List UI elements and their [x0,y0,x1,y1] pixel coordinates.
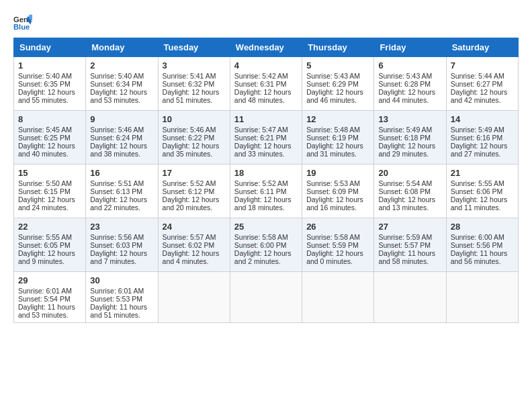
day-number: 17 [163,168,226,178]
calendar-cell: 10Sunrise: 5:46 AMSunset: 6:22 PMDayligh… [158,111,230,165]
calendar-cell [446,272,518,323]
daylight-text: Daylight: 12 hours and 29 minutes. [378,142,441,158]
day-header-wednesday: Wednesday [230,38,302,57]
calendar-cell: 23Sunrise: 5:56 AMSunset: 6:03 PMDayligh… [86,218,158,272]
daylight-text: Daylight: 12 hours and 51 minutes. [163,88,226,104]
daylight-text: Daylight: 12 hours and 48 minutes. [234,88,298,104]
daylight-text: Daylight: 12 hours and 27 minutes. [451,142,514,158]
day-number: 14 [451,114,514,124]
daylight-text: Daylight: 11 hours and 51 minutes. [90,303,153,319]
day-header-saturday: Saturday [446,38,518,57]
sunrise-text: Sunrise: 5:43 AM [306,72,369,80]
header: General Blue [13,13,519,32]
sunset-text: Sunset: 6:28 PM [378,80,441,88]
daylight-text: Daylight: 12 hours and 4 minutes. [163,249,226,265]
sunrise-text: Sunrise: 5:46 AM [163,126,226,134]
calendar-cell: 19Sunrise: 5:53 AMSunset: 6:09 PMDayligh… [302,165,374,218]
sunrise-text: Sunrise: 5:50 AM [18,179,81,187]
calendar-header-row: SundayMondayTuesdayWednesdayThursdayFrid… [14,38,519,57]
day-number: 16 [90,168,153,178]
sunrise-text: Sunrise: 5:44 AM [451,72,514,80]
daylight-text: Daylight: 11 hours and 58 minutes. [378,249,441,265]
day-number: 8 [18,114,81,124]
daylight-text: Daylight: 12 hours and 22 minutes. [90,195,153,212]
daylight-text: Daylight: 12 hours and 2 minutes. [234,249,298,265]
sunrise-text: Sunrise: 6:00 AM [451,233,514,241]
daylight-text: Daylight: 12 hours and 46 minutes. [306,88,369,104]
sunrise-text: Sunrise: 5:56 AM [90,233,153,241]
day-number: 25 [234,222,298,232]
day-number: 10 [163,114,226,124]
sunset-text: Sunset: 5:59 PM [306,241,369,249]
calendar-cell [158,272,230,323]
day-number: 5 [306,60,369,71]
svg-text:Blue: Blue [13,23,30,31]
calendar-cell [230,272,302,323]
calendar-cell: 14Sunrise: 5:49 AMSunset: 6:16 PMDayligh… [446,111,518,165]
day-number: 27 [378,222,441,232]
sunrise-text: Sunrise: 5:52 AM [163,179,226,187]
sunset-text: Sunset: 6:35 PM [18,80,81,88]
sunrise-text: Sunrise: 6:01 AM [90,287,153,295]
calendar-cell: 26Sunrise: 5:58 AMSunset: 5:59 PMDayligh… [302,218,374,272]
sunset-text: Sunset: 6:13 PM [90,187,153,195]
day-header-monday: Monday [86,38,158,57]
calendar-cell: 15Sunrise: 5:50 AMSunset: 6:15 PMDayligh… [14,165,86,218]
daylight-text: Daylight: 12 hours and 53 minutes. [90,88,153,104]
sunset-text: Sunset: 5:53 PM [90,295,153,303]
sunset-text: Sunset: 6:06 PM [451,187,514,195]
sunset-text: Sunset: 6:11 PM [234,187,298,195]
sunset-text: Sunset: 6:25 PM [18,134,81,142]
sunrise-text: Sunrise: 5:49 AM [378,126,441,134]
sunset-text: Sunset: 5:57 PM [378,241,441,249]
sunset-text: Sunset: 6:15 PM [18,187,81,195]
day-header-friday: Friday [374,38,446,57]
day-number: 18 [234,168,298,178]
day-number: 30 [90,275,153,285]
week-row-4: 22Sunrise: 5:55 AMSunset: 6:05 PMDayligh… [14,218,519,272]
sunset-text: Sunset: 6:03 PM [90,241,153,249]
daylight-text: Daylight: 12 hours and 38 minutes. [90,142,153,158]
calendar-cell: 18Sunrise: 5:52 AMSunset: 6:11 PMDayligh… [230,165,302,218]
sunrise-text: Sunrise: 5:54 AM [378,179,441,187]
sunset-text: Sunset: 6:22 PM [163,134,226,142]
sunrise-text: Sunrise: 5:51 AM [90,179,153,187]
calendar-cell: 6Sunrise: 5:43 AMSunset: 6:28 PMDaylight… [374,57,446,111]
sunset-text: Sunset: 6:27 PM [451,80,514,88]
day-number: 20 [378,168,441,178]
week-row-1: 1Sunrise: 5:40 AMSunset: 6:35 PMDaylight… [14,57,519,111]
logo-icon: General Blue [13,13,32,32]
day-number: 7 [451,60,514,71]
calendar-cell: 8Sunrise: 5:45 AMSunset: 6:25 PMDaylight… [14,111,86,165]
day-number: 4 [234,60,298,71]
day-number: 15 [18,168,81,178]
sunrise-text: Sunrise: 5:49 AM [451,126,514,134]
calendar-cell [374,272,446,323]
day-number: 26 [306,222,369,232]
daylight-text: Daylight: 12 hours and 42 minutes. [451,88,514,104]
sunrise-text: Sunrise: 5:40 AM [18,72,81,80]
daylight-text: Daylight: 12 hours and 9 minutes. [18,249,81,265]
calendar-cell: 24Sunrise: 5:57 AMSunset: 6:02 PMDayligh… [158,218,230,272]
calendar-cell: 22Sunrise: 5:55 AMSunset: 6:05 PMDayligh… [14,218,86,272]
sunset-text: Sunset: 6:12 PM [163,187,226,195]
day-number: 28 [451,222,514,232]
sunset-text: Sunset: 5:56 PM [451,241,514,249]
week-row-3: 15Sunrise: 5:50 AMSunset: 6:15 PMDayligh… [14,165,519,218]
daylight-text: Daylight: 12 hours and 33 minutes. [234,142,298,158]
sunrise-text: Sunrise: 5:55 AM [451,179,514,187]
day-number: 13 [378,114,441,124]
day-number: 19 [306,168,369,178]
week-row-5: 29Sunrise: 6:01 AMSunset: 5:54 PMDayligh… [14,272,519,323]
daylight-text: Daylight: 12 hours and 11 minutes. [451,195,514,212]
day-number: 29 [18,275,81,285]
day-number: 12 [306,114,369,124]
sunset-text: Sunset: 6:02 PM [163,241,226,249]
calendar-cell: 25Sunrise: 5:58 AMSunset: 6:00 PMDayligh… [230,218,302,272]
calendar-cell: 17Sunrise: 5:52 AMSunset: 6:12 PMDayligh… [158,165,230,218]
sunrise-text: Sunrise: 5:58 AM [234,233,298,241]
sunrise-text: Sunrise: 5:45 AM [18,126,81,134]
day-number: 11 [234,114,298,124]
day-number: 9 [90,114,153,124]
sunset-text: Sunset: 6:16 PM [451,134,514,142]
